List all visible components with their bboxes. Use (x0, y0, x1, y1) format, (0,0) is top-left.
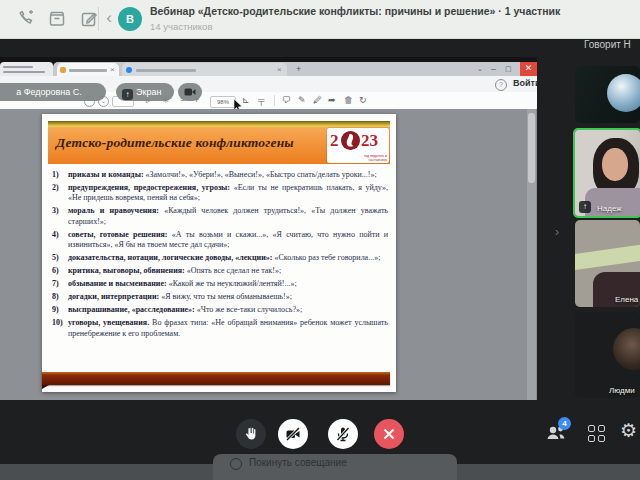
scrollbar-thumb[interactable] (528, 113, 535, 183)
slide-item-text: «Замолчи!», «Убери!», «Вынеси!», «Быстро… (146, 170, 377, 179)
leave-meeting-tooltip[interactable]: Покинуть совещание (213, 454, 457, 480)
participants-button[interactable]: 4 (546, 423, 570, 443)
slide-item-number: 5) (52, 253, 59, 263)
window-close-button[interactable]: ✕ (520, 62, 537, 76)
slide-item: 6)критика, выговоры, обвинения: «Опять в… (50, 266, 388, 276)
slide-item-number: 9) (52, 305, 59, 315)
pdf-scrollbar[interactable] (527, 109, 536, 400)
camera-off-button[interactable] (278, 419, 308, 449)
presentation-mode-icon[interactable]: ╤ (258, 95, 264, 106)
slide-item-lead: приказы и команды: (68, 170, 144, 179)
screen-share-badge-icon: ↑ (579, 201, 591, 213)
webinar-title: Вебинар «Детско-родительские конфликты: … (150, 5, 620, 17)
divider (98, 7, 99, 31)
logo-caption: год педагога и наставника (347, 154, 387, 162)
close-x-icon (381, 426, 397, 442)
slide-title-band: Детско-родительские конфликтогены 2 23 г… (48, 127, 390, 164)
slide-item-text: «Я вижу, что ты меня обманываешь!»; (161, 292, 292, 301)
tab-close-icon[interactable]: × (277, 65, 282, 74)
tab-title-placeholder (136, 69, 196, 72)
new-call-icon[interactable] (16, 10, 34, 28)
browser-tab-messenger[interactable]: × (122, 63, 287, 76)
participants-count: 14 участников (150, 21, 212, 32)
window-maximize-button[interactable]: ▢ (505, 65, 512, 73)
tab-search-icon[interactable]: ⌄ (477, 65, 483, 73)
slide-item-number: 3) (52, 206, 59, 216)
participant-avatar (613, 328, 640, 370)
speaking-indicator: Говорит Н (584, 39, 640, 50)
browser-tab-bar: × × + ⌄ – ▢ ✕ (53, 62, 537, 76)
slide-bottom-ribbon (42, 372, 390, 385)
participant-tile-1[interactable] (575, 66, 640, 123)
slide-title: Детско-родительские конфликтогены (56, 135, 294, 151)
presenter-name-pill: а Федоровна С. (0, 83, 106, 101)
highlight-icon[interactable]: 🖉 (313, 95, 322, 106)
settings-gear-button[interactable]: ⚙ (620, 419, 637, 442)
slide-item-text: «Опять все сделал не так!»; (187, 266, 281, 275)
archive-icon[interactable] (48, 10, 66, 28)
logo-digit: 23 (361, 131, 378, 151)
slide-item: 3)мораль и нравоучения: «Каждый человек … (50, 206, 388, 227)
slide-item-number: 6) (52, 266, 59, 276)
reload-icon[interactable]: ↻ (359, 95, 367, 106)
slide-item-number: 2) (52, 183, 59, 193)
logo-digit: 2 (330, 131, 339, 151)
screen-share-view[interactable]: × × + ⌄ – ▢ ✕ ? Войти ⌃ ⌄ ▹ ✳ − + (0, 57, 537, 400)
slide-item-text: «Сколько раз тебе говорила...»; (274, 253, 380, 262)
participant-name: Елена (615, 295, 638, 304)
participant-name: Надеж (597, 204, 622, 213)
tab-title-placeholder (69, 69, 107, 72)
presenter-camera-pill[interactable] (178, 83, 202, 101)
slide-item-number: 8) (52, 292, 59, 302)
layout-grid-button[interactable] (588, 425, 605, 442)
slide-item: 4)советы, готовые решения: «А ты возьми … (50, 230, 388, 251)
help-icon[interactable]: ? (495, 79, 507, 91)
raise-hand-button[interactable] (236, 419, 266, 449)
hand-icon (243, 426, 259, 442)
leave-icon (230, 458, 242, 470)
slide-item-lead: уговоры, увещевания. (68, 318, 149, 327)
login-button[interactable]: Войти (513, 78, 537, 88)
browser-tab-presentation[interactable]: × (57, 63, 119, 76)
room-wall (575, 240, 640, 271)
participants-badge: 4 (558, 417, 571, 430)
tab-close-icon[interactable]: × (110, 65, 115, 74)
slide-item-lead: догадки, интерпретации: (68, 292, 159, 301)
participant-tile-3[interactable]: Елена (575, 220, 640, 307)
divider (274, 95, 275, 106)
slide-item-text: «Какой же ты неуклюжий/лентяй!...»; (169, 279, 297, 288)
background-window-fragment (0, 62, 53, 76)
year-2023-logo: 2 23 год педагога и наставника (327, 128, 389, 163)
top-app-bar: ‹ B Вебинар «Детско-родительские конфлик… (0, 0, 640, 39)
comment-icon[interactable]: 🗩 (282, 95, 291, 106)
delete-icon[interactable]: 🗑 (344, 95, 353, 106)
sidebar-collapse-icon[interactable]: › (555, 225, 559, 239)
participant-tile-4[interactable]: Людми (575, 312, 640, 398)
participant-avatar (607, 74, 640, 112)
slide-item-lead: советы, готовые решения: (68, 230, 168, 239)
slide-item-lead: выспрашивание, «расследование»: (68, 305, 195, 314)
back-chevron-icon[interactable]: ‹ (102, 5, 116, 31)
slide-item: 10)уговоры, увещевания. Во фразах типа: … (50, 318, 388, 339)
screen-share-icon: ↑ (122, 89, 133, 100)
new-tab-button[interactable]: + (296, 64, 301, 74)
draw-icon[interactable]: ✎ (298, 95, 306, 106)
fit-width-icon[interactable]: ⊾ (242, 95, 250, 106)
slide-item: 9)выспрашивание, «расследование»: «Что ж… (50, 305, 388, 315)
slide-item: 1)приказы и команды: «Замолчи!», «Убери!… (50, 170, 388, 180)
mic-off-button[interactable] (328, 419, 358, 449)
window-minimize-button[interactable]: – (491, 64, 496, 74)
screen-share-pill[interactable]: ↑Экран (116, 83, 174, 101)
presentation-slide: Детско-родительские конфликтогены 2 23 г… (42, 114, 396, 392)
slide-item-number: 4) (52, 230, 59, 240)
tab-favicon (60, 67, 66, 73)
slide-item-lead: доказательства, нотации, логические дово… (68, 253, 272, 262)
participant-tile-active-speaker[interactable]: ↑ Надеж (573, 128, 640, 218)
end-call-button[interactable] (374, 419, 404, 449)
compose-icon[interactable] (80, 10, 98, 28)
participant-video (575, 220, 640, 307)
slide-item: 5)доказательства, нотации, логические до… (50, 253, 388, 263)
camera-off-icon (285, 426, 301, 442)
share-icon[interactable]: ➦ (328, 95, 336, 106)
pdf-content-area: Детско-родительские конфликтогены 2 23 г… (0, 109, 537, 400)
